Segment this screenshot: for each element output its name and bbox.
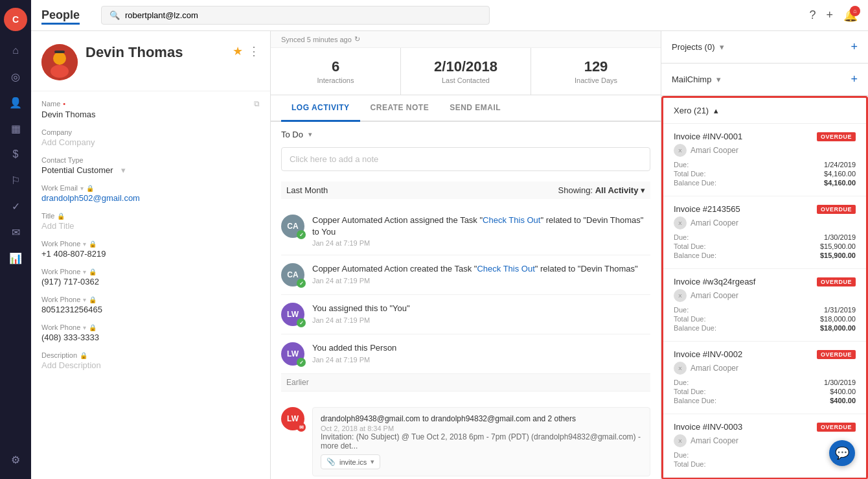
tab-send-email[interactable]: SEND EMAIL	[439, 95, 511, 122]
email-time: Oct 2, 2018 at 8:34 PM	[321, 425, 642, 432]
activity-content-4: You added this Person Jan 24 at 7:19 PM	[312, 342, 650, 366]
note-input[interactable]: Click here to add a note	[281, 147, 650, 171]
balance-due-value-1: $4,160.00	[824, 179, 856, 187]
balance-due-label-2: Balance Due:	[674, 251, 716, 259]
email-from: drandolph89438@gmail.com to drandolph948…	[321, 414, 642, 423]
work-email-value[interactable]: drandolph502@gmail.com	[41, 193, 140, 203]
activity-area: To Do ▾ Click here to add a note Last Mo…	[271, 122, 661, 479]
invoice-company-3: Amari Cooper	[691, 291, 738, 300]
chat-button[interactable]: 💬	[829, 440, 855, 466]
email-activity-content: drandolph89438@gmail.com to drandolph948…	[312, 407, 650, 476]
total-due-value-2: $15,900.00	[820, 242, 856, 250]
todo-dropdown-icon[interactable]: ▾	[308, 130, 312, 139]
projects-section: Projects (0) ▾ +	[661, 31, 868, 64]
nav-contacts[interactable]: 👤	[4, 91, 27, 114]
todo-label[interactable]: To Do	[281, 130, 303, 139]
overdue-badge-2: OVERDUE	[817, 205, 856, 214]
tab-log-activity[interactable]: LOG ACTIVITY	[281, 95, 360, 122]
invoice-number-1: Invoice #INV-0001	[674, 132, 742, 141]
notification-area[interactable]: 🔔 ⌂	[843, 8, 858, 23]
badge-icon-2: ✓	[297, 279, 306, 288]
showing-value[interactable]: All Activity	[595, 185, 639, 195]
nav-eye[interactable]: ◎	[4, 65, 27, 88]
name-field-label: Name	[41, 100, 60, 108]
balance-due-value-3: $18,000.00	[820, 324, 856, 332]
help-button[interactable]: ?	[809, 8, 816, 22]
field-work-phone-4: Work Phone ▾ 🔒 (408) 333-3333	[41, 323, 260, 342]
invoice-number-2: Invoice #2143565	[674, 204, 740, 214]
work-phone-3-label: Work Phone	[41, 296, 80, 303]
due-value-3: 1/31/2019	[824, 306, 856, 314]
logo-icon[interactable]: C	[4, 8, 27, 31]
work-email-label: Work Email	[41, 184, 78, 192]
svg-rect-3	[54, 51, 65, 53]
field-work-phone-2: Work Phone ▾ 🔒 (917) 717-0362	[41, 268, 260, 286]
invoice-company-2: Amari Cooper	[691, 218, 738, 228]
field-company: Company Add Company	[41, 128, 260, 147]
right-panel: Projects (0) ▾ + MailChimp ▾ +	[661, 31, 868, 479]
lock-icon-desc: 🔒	[80, 352, 87, 359]
attachment-dropdown-icon[interactable]: ▾	[371, 458, 374, 466]
mailchimp-add-button[interactable]: +	[851, 73, 858, 86]
total-due-label-4: Total Due:	[674, 388, 706, 395]
nav-settings[interactable]: ⚙	[4, 448, 27, 471]
dropdown-arrow-icon-email[interactable]: ▾	[80, 185, 84, 192]
nav-email[interactable]: ✉	[4, 220, 27, 244]
field-title: Title 🔒 Add Title	[41, 212, 260, 231]
inactive-days-value: 129	[542, 58, 650, 75]
projects-header[interactable]: Projects (0) ▾ +	[661, 31, 868, 63]
title-field-value[interactable]: Add Title	[41, 221, 260, 231]
projects-add-button[interactable]: +	[851, 40, 858, 54]
copy-icon[interactable]: ⧉	[254, 99, 260, 108]
todo-bar: To Do ▾	[281, 130, 650, 139]
last-month-section: Last Month Showing: All Activity ▾	[281, 181, 650, 199]
svg-point-2	[51, 65, 69, 78]
required-indicator: •	[63, 100, 65, 108]
field-work-phone-1: Work Phone ▾ 🔒 +1 408-807-8219	[41, 240, 260, 259]
mailchimp-title: MailChimp ▾	[672, 75, 721, 84]
dropdown-arrow-ph4[interactable]: ▾	[83, 324, 86, 331]
due-label-3: Due:	[674, 306, 689, 314]
nav-chart[interactable]: ▦	[4, 117, 27, 140]
nav-dollar[interactable]: $	[4, 143, 27, 166]
work-phone-1-value: +1 408-807-8219	[41, 249, 260, 259]
work-phone-4-label: Work Phone	[41, 323, 80, 331]
dropdown-arrow-icon[interactable]: ▾	[121, 165, 126, 175]
email-attachment[interactable]: 📎 invite.ics ▾	[321, 454, 380, 469]
invoice-item-2: Invoice #2143565 OVERDUE X Amari Cooper …	[663, 196, 866, 269]
activity-link-1[interactable]: Check This Out	[483, 215, 540, 225]
activity-item-2: CA ✓ Copper Automated Action created the…	[281, 255, 650, 295]
dropdown-arrow-ph2[interactable]: ▾	[83, 268, 86, 275]
mailchimp-header[interactable]: MailChimp ▾ +	[661, 64, 868, 95]
add-button[interactable]: +	[826, 8, 833, 22]
nav-analytics[interactable]: 📊	[4, 246, 27, 270]
company-field-label: Company	[41, 128, 260, 136]
dropdown-arrow-ph1[interactable]: ▾	[83, 240, 86, 248]
activity-avatar-2: CA ✓	[281, 263, 304, 286]
company-field-value[interactable]: Add Company	[41, 137, 260, 147]
name-field-value: Devin Thomas	[41, 110, 260, 119]
due-label-1: Due:	[674, 161, 689, 169]
xero-chevron: ▴	[714, 106, 718, 115]
activity-time-3: Jan 24 at 7:19 PM	[312, 316, 650, 324]
xero-logo-4: X	[674, 362, 687, 375]
nav-home[interactable]: ⌂	[4, 39, 27, 62]
attachment-name: invite.ics	[339, 458, 367, 466]
search-input[interactable]	[125, 10, 481, 20]
nav-check[interactable]: ✓	[4, 194, 27, 218]
activity-avatar-3: LW ✓	[281, 303, 304, 326]
work-phone-2-label: Work Phone	[41, 268, 80, 275]
activity-link-2[interactable]: Check This Out	[477, 264, 534, 274]
nav-briefcase[interactable]: ⚐	[4, 169, 27, 192]
search-bar[interactable]: 🔍	[101, 6, 490, 25]
more-options-icon[interactable]: ⋮	[248, 44, 260, 58]
star-icon[interactable]: ★	[233, 44, 243, 58]
activity-text-1: Copper Automated Action assigned the Tas…	[312, 215, 650, 238]
xero-header[interactable]: Xero (21) ▴	[663, 98, 866, 124]
sync-icon[interactable]: ↻	[354, 35, 360, 43]
dropdown-arrow-ph3[interactable]: ▾	[83, 296, 86, 303]
balance-due-label-4: Balance Due:	[674, 397, 716, 404]
tab-create-note[interactable]: CREATE NOTE	[360, 95, 440, 122]
activity-tabs: LOG ACTIVITY CREATE NOTE SEND EMAIL	[271, 95, 661, 122]
description-field-value[interactable]: Add Description	[41, 360, 260, 370]
